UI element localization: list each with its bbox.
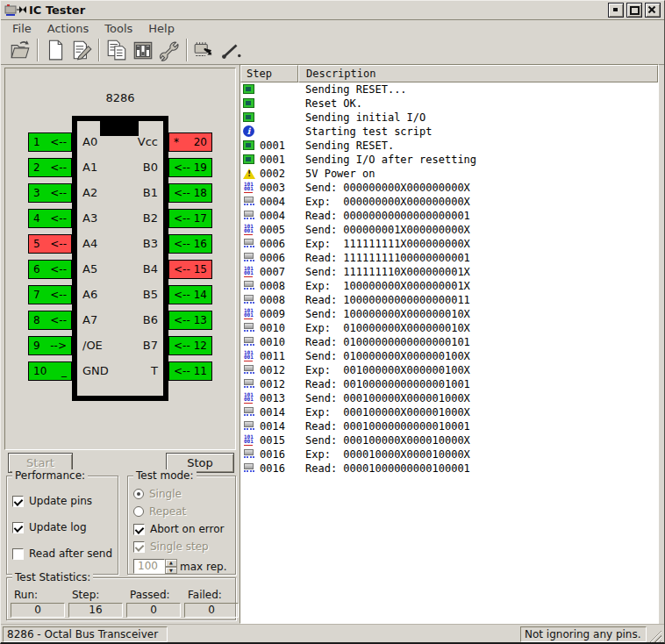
spin-down-icon[interactable]: ▼ — [165, 567, 177, 575]
pin-box[interactable]: 2 <-- — [28, 158, 72, 177]
spin-up-icon[interactable]: ▲ — [165, 559, 177, 567]
menu-item[interactable]: Help — [140, 21, 182, 36]
checkbox[interactable] — [133, 541, 145, 553]
checkbox[interactable] — [133, 524, 145, 535]
log-row-icon — [243, 322, 256, 334]
chip-pin-label: /OE — [82, 336, 109, 355]
log-row[interactable]: 0004 Exp: 000000000X000000000X — [240, 195, 658, 209]
log-row[interactable]: 0013 Send: 000100000X000001000X — [240, 391, 658, 405]
pin-box[interactable]: <-- 17 — [168, 209, 212, 228]
pin-box[interactable]: <-- 15 — [168, 260, 212, 279]
copy-button[interactable] — [104, 38, 130, 62]
pin-box[interactable]: <-- 18 — [168, 183, 212, 203]
log-row[interactable]: 0001 Sending RESET. — [240, 139, 658, 153]
log-column-description[interactable]: Description — [298, 65, 658, 82]
log-row-step: 0009 — [260, 308, 305, 320]
checkbox[interactable] — [12, 496, 24, 507]
edit-button[interactable] — [68, 38, 95, 62]
log-row[interactable]: 0016 Exp: 000010000X000010000X — [240, 447, 658, 462]
log-row[interactable]: 0005 Send: 000000001X000000000X — [240, 223, 658, 237]
chip-pin-label: B2 — [138, 209, 158, 228]
pin-box[interactable]: <-- 11 — [168, 361, 212, 381]
run-test-button[interactable] — [191, 38, 218, 62]
log-row[interactable]: 0014 Read: 00010000000000010001 — [240, 419, 658, 433]
log-row[interactable]: 0007 Send: 111111110X000000001X — [240, 265, 658, 279]
pin-box[interactable]: 10 _ — [28, 361, 72, 381]
log-row[interactable]: 0003 Send: 000000000X000000000X — [240, 181, 658, 195]
stat-failed-value: 0 — [184, 603, 239, 618]
chip-pin-label: A6 — [82, 285, 109, 304]
log-row[interactable]: 0001 Sending I/O after resetting — [240, 153, 658, 167]
log-row[interactable]: Sending RESET... — [240, 82, 658, 97]
log-row[interactable]: 0010 Read: 01000000000000000101 — [240, 335, 658, 349]
log-row[interactable]: 0009 Send: 100000000X000000010X — [240, 307, 658, 321]
max-rep-spinner[interactable]: 100 — [133, 559, 165, 574]
pin-direction: <-- — [50, 187, 67, 199]
title-bar[interactable]: IC Tester — [1, 1, 664, 20]
pin-direction: --> — [50, 340, 67, 352]
status-ignore-pins: Not ignoring any pins. — [520, 626, 647, 642]
menu-item[interactable]: Actions — [39, 21, 97, 36]
pin-box[interactable]: 4 <-- — [28, 209, 72, 228]
checkbox[interactable] — [12, 522, 24, 533]
performance-option[interactable]: Update log — [12, 520, 118, 534]
pin-box[interactable]: <-- 14 — [168, 285, 212, 304]
log-row[interactable]: 0008 Read: 10000000000000000011 — [240, 293, 658, 307]
performance-option[interactable]: Read after send — [12, 547, 118, 561]
performance-option[interactable]: Update pins — [12, 494, 118, 508]
performance-group-title: Performance: — [12, 469, 88, 482]
log-row[interactable]: 0002 5V Power on — [240, 167, 658, 181]
test-mode-option[interactable]: Abort on error — [133, 522, 235, 536]
pin-box[interactable]: 1 <-- — [28, 132, 72, 152]
log-row[interactable]: 0012 Exp: 001000000X000000100X — [240, 363, 658, 377]
maximize-button[interactable] — [626, 3, 642, 18]
pin-box[interactable]: 3 <-- — [28, 183, 72, 203]
log-row-icon — [243, 308, 256, 320]
log-row[interactable]: 0015 Send: 000100000X000010000X — [240, 433, 658, 447]
log-row[interactable]: 0016 Read: 00001000000000100001 — [240, 462, 658, 476]
window-title: IC Tester — [29, 4, 85, 17]
log-row[interactable]: 0014 Exp: 000100000X000001000X — [240, 405, 658, 419]
test-mode-radio[interactable]: Single — [133, 487, 235, 501]
dip-switch-button[interactable] — [130, 38, 156, 62]
pin-box[interactable]: 5 <-- — [28, 234, 72, 254]
log-row-description: Sending I/O after resetting — [305, 154, 476, 166]
pin-box[interactable]: <-- 13 — [168, 311, 212, 330]
log-row[interactable]: 0011 Send: 010000000X000000100X — [240, 349, 658, 363]
pin-box[interactable]: * 20 — [168, 132, 212, 152]
log-row[interactable]: 0008 Exp: 100000000X000000001X — [240, 279, 658, 293]
radio-label: Repeat — [149, 505, 186, 518]
log-row[interactable]: 0010 Exp: 010000000X000000010X — [240, 321, 658, 335]
pin-box[interactable]: 6 <-- — [28, 260, 72, 279]
log-row[interactable]: 0004 Read: 00000000000000000001 — [240, 209, 658, 223]
pin-direction: <-- — [174, 365, 190, 377]
log-column-step[interactable]: Step — [240, 65, 298, 82]
radio-button[interactable] — [133, 489, 144, 499]
pin-box[interactable]: <-- 16 — [168, 234, 212, 254]
probe-button[interactable] — [218, 38, 244, 62]
pin-box[interactable]: <-- 19 — [168, 158, 212, 177]
menu-item[interactable]: Tools — [97, 21, 140, 36]
menu-item[interactable]: File — [4, 21, 39, 36]
test-mode-option[interactable]: Single step — [133, 540, 235, 554]
new-button[interactable] — [42, 38, 68, 62]
pin-box[interactable]: <-- 12 — [168, 336, 212, 355]
log-row[interactable]: 0006 Read: 11111111100000000001 — [240, 251, 658, 265]
close-button[interactable] — [645, 3, 661, 18]
minimize-button[interactable] — [608, 3, 624, 18]
pin-box[interactable]: 8 <-- — [28, 311, 72, 330]
test-mode-radio[interactable]: Repeat — [133, 504, 235, 519]
chip-left-labels: A0A1A2A3A4A5A6A7/OEGND — [82, 132, 109, 381]
configure-button[interactable] — [156, 38, 182, 62]
pin-box[interactable]: 7 <-- — [28, 285, 72, 304]
log-row[interactable]: Sending initial I/O — [240, 111, 658, 125]
log-row[interactable]: 0006 Exp: 111111111X000000000X — [240, 237, 658, 251]
log-row[interactable]: 0012 Read: 00100000000000001001 — [240, 377, 658, 391]
log-row[interactable]: Reset OK. — [240, 97, 658, 111]
resize-grip[interactable] — [649, 630, 661, 642]
log-row[interactable]: Starting test script — [240, 125, 658, 139]
open-button[interactable] — [7, 38, 33, 62]
pin-box[interactable]: 9 --> — [28, 336, 72, 355]
checkbox[interactable] — [12, 548, 24, 560]
radio-button[interactable] — [133, 506, 144, 517]
